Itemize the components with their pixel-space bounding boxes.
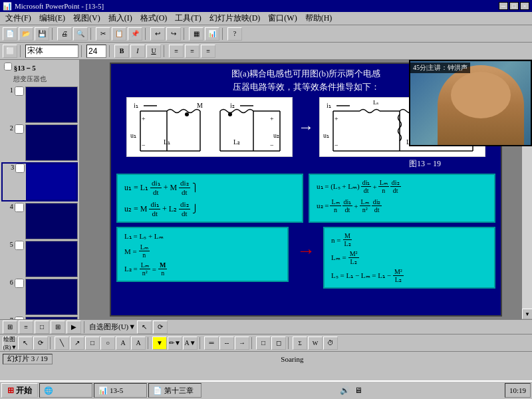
undo-button[interactable]: ↩ [150, 27, 165, 41]
preview-button[interactable]: 🔍 [73, 27, 88, 41]
ellipse-tool[interactable]: ○ [100, 336, 115, 350]
menu-file[interactable]: 文件(F) [1, 11, 35, 25]
slide-check-1[interactable] [15, 86, 24, 96]
line-color[interactable]: ✏▼ [168, 336, 182, 350]
formula-box-left: u₁ = L₁ di₁ dt + M di₂ dt ⎫ [116, 174, 303, 223]
help-button[interactable]: ? [227, 27, 242, 41]
taskbar-item-ie[interactable]: 🌐 [39, 383, 92, 398]
save-button[interactable]: 💾 [35, 27, 49, 41]
maximize-button[interactable]: □ [509, 2, 519, 10]
svg-text:u₂: u₂ [273, 132, 279, 139]
rotate-tool[interactable]: ⟳ [153, 321, 168, 334]
scroll-down-button[interactable]: ▼ [522, 309, 532, 319]
slide-sorter-button[interactable]: ⊞ [51, 321, 65, 334]
minimize-button[interactable]: ─ [499, 2, 508, 10]
ppt-icon: 📊 [98, 386, 108, 395]
slide-thumb-3[interactable]: 3 [1, 162, 78, 201]
slide-preview-1[interactable] [25, 86, 78, 123]
slide-check-7[interactable] [15, 317, 24, 319]
paste-button[interactable]: 📌 [128, 27, 142, 41]
slide-thumb-7[interactable]: 7 [1, 317, 78, 319]
cut-button[interactable]: ✂ [96, 27, 110, 41]
line-style[interactable]: ═ [204, 336, 219, 350]
slideshow-button[interactable]: ▶ [66, 321, 81, 334]
start-label: 开始 [16, 385, 32, 396]
redo-button[interactable]: ↪ [166, 27, 181, 41]
new-button[interactable]: 📄 [3, 27, 17, 41]
svg-text:u₁: u₁ [323, 132, 329, 139]
menu-format[interactable]: 格式(O) [136, 11, 172, 25]
select-tool[interactable]: ↖ [18, 336, 33, 350]
wordart-tool[interactable]: A [131, 336, 146, 350]
slide-layout-button[interactable]: ⬜ [3, 45, 17, 58]
section-checkbox[interactable] [4, 63, 12, 70]
font-color[interactable]: A▼ [183, 336, 198, 350]
freeform-tool[interactable]: ⟳ [33, 336, 48, 350]
slide-preview-5[interactable] [25, 241, 78, 277]
slide-preview-7[interactable] [25, 317, 78, 319]
align-right-button[interactable]: ≡ [201, 45, 215, 58]
outline-view-button[interactable]: ≡ [19, 321, 33, 334]
slide-view-button[interactable]: □ [35, 321, 49, 334]
slide-thumb-4[interactable]: 4 [1, 203, 78, 239]
slide-thumb-6[interactable]: 6 [1, 279, 78, 315]
separator3 [145, 28, 148, 40]
align-left-button[interactable]: ≡ [169, 45, 184, 58]
taskbar-item-ch13[interactable]: 📄 第十三章 [148, 383, 201, 398]
font-size-input[interactable] [86, 45, 106, 58]
slide-thumb-5[interactable]: 5 [1, 241, 78, 277]
shadow-tool[interactable]: □ [256, 336, 271, 350]
taskbar-item-13-5[interactable]: 📊 13-5 [94, 383, 147, 398]
section-title: 想变压器也 [1, 74, 78, 86]
slide-preview-3[interactable] [26, 164, 76, 200]
sep3 [200, 337, 202, 349]
menu-insert[interactable]: 插入(I) [104, 11, 136, 25]
slide-editing-area[interactable]: 45分|主讲：钟洪声 图(a)耦合电感也可用图(b)所示两个电感 压器电路等效，… [80, 60, 532, 319]
draw-menu[interactable]: 绘图(R)▼ [3, 336, 17, 350]
slide-check-5[interactable] [15, 241, 24, 250]
line-tool[interactable]: ╲ [55, 336, 69, 350]
textbox-tool[interactable]: A [116, 336, 130, 350]
dash-style[interactable]: -- [219, 336, 234, 350]
slide-preview-6[interactable] [25, 279, 78, 315]
arrow-style[interactable]: → [235, 336, 249, 350]
slide-check-6[interactable] [15, 279, 24, 288]
insert-table-button[interactable]: ▦ [189, 27, 203, 41]
font-name-input[interactable] [25, 45, 78, 58]
menu-window[interactable]: 窗口(W) [264, 11, 301, 25]
menu-edit[interactable]: 编辑(E) [35, 11, 69, 25]
underline-button[interactable]: U [146, 45, 161, 58]
menu-view[interactable]: 视图(V) [69, 11, 104, 25]
slide-thumb-2[interactable]: 2 [1, 124, 78, 161]
slide-preview-2[interactable] [25, 124, 78, 161]
copy-button[interactable]: 📋 [112, 27, 126, 41]
slide-check-4[interactable] [15, 203, 24, 212]
insert-wordart2[interactable]: W [308, 336, 323, 350]
svg-point-7 [185, 112, 189, 116]
section-label: §13－5 [1, 61, 78, 74]
draw-tool[interactable]: ↖ [137, 321, 152, 334]
close-button[interactable]: × [520, 2, 529, 10]
insert-eq[interactable]: Σ [293, 336, 307, 350]
insert-chart-button[interactable]: 📊 [205, 27, 219, 41]
start-button[interactable]: ⊞ 开始 [1, 383, 38, 398]
italic-button[interactable]: I [130, 45, 145, 58]
bold-button[interactable]: B [114, 45, 129, 58]
slide-preview-4[interactable] [25, 203, 78, 239]
menu-slideshow[interactable]: 幻灯片放映(D) [205, 11, 265, 25]
autoshape-label[interactable]: 自选图形(U)▼ [89, 322, 136, 332]
normal-view-button[interactable]: ⊞ [3, 321, 17, 334]
fill-color[interactable]: ▼ [152, 336, 167, 350]
print-button[interactable]: 🖨 [57, 27, 72, 41]
3d-tool[interactable]: ◻ [271, 336, 286, 350]
slide-check-3[interactable] [15, 164, 24, 173]
slide-thumb-1[interactable]: 1 [1, 86, 78, 123]
align-center-button[interactable]: ≡ [185, 45, 200, 58]
arrow-tool[interactable]: ↗ [70, 336, 84, 350]
menu-tools[interactable]: 工具(T) [171, 11, 205, 25]
slide-check-2[interactable] [15, 124, 24, 134]
rect-tool[interactable]: □ [85, 336, 100, 350]
menu-help[interactable]: 帮助(H) [301, 11, 336, 25]
svg-text:−: − [142, 142, 146, 149]
open-button[interactable]: 📂 [19, 27, 33, 41]
